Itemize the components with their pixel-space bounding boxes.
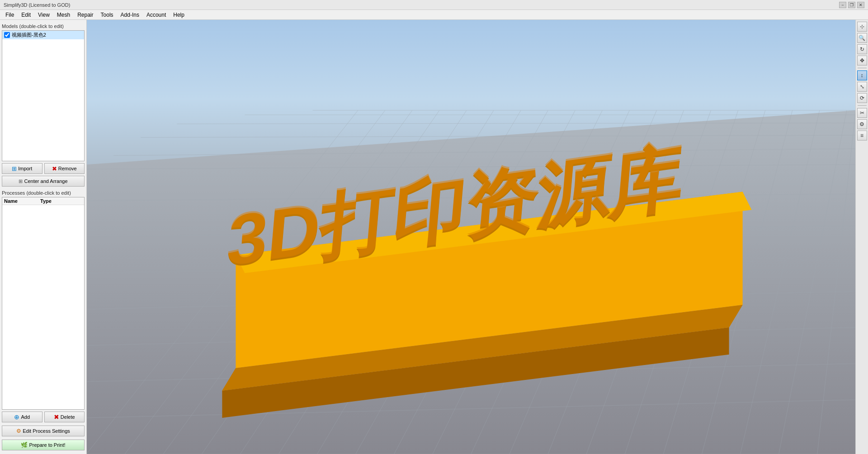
cursor-tool[interactable]: ⊹ (857, 22, 867, 32)
remove-icon: ✖ (52, 165, 57, 172)
rotate-view-tool[interactable]: ↻ (857, 44, 867, 54)
prepare-print-button[interactable]: 🌿 Prepare to Print! (2, 440, 85, 450)
bottom-buttons: ⊕ Add ✖ Delete ⚙ Edit Process Settings 🌿… (2, 412, 85, 452)
menu-item-account[interactable]: Account (143, 11, 170, 19)
menu-item-file[interactable]: File (2, 11, 18, 19)
center-arrange-button[interactable]: ⊞ Center and Arrange (2, 176, 85, 187)
model-name: 视频插图-黑色2 (12, 32, 46, 38)
add-label: Add (21, 414, 30, 420)
menu-item-mesh[interactable]: Mesh (53, 11, 74, 19)
model-checkbox[interactable] (4, 32, 10, 38)
delete-button[interactable]: ✖ Delete (44, 412, 85, 422)
minimize-button[interactable]: − (839, 2, 846, 8)
center-icon: ⊞ (19, 178, 23, 184)
import-icon: ⊞ (12, 165, 17, 172)
layers-toolbar-btn[interactable]: ≡ (857, 131, 867, 140)
cut-tool[interactable]: ✂ (857, 108, 867, 118)
viewport[interactable]: 3D打印资源库 3D打印资源库 (87, 20, 855, 454)
model-item[interactable]: 视频插图-黑色2 (2, 31, 84, 39)
import-label: Import (18, 166, 32, 171)
menu-bar: FileEditViewMeshRepairToolsAdd-InsAccoun… (0, 10, 868, 20)
window-controls: − ❐ ✕ (839, 2, 864, 8)
models-list: 视频插图-黑色2 (2, 30, 85, 161)
restore-button[interactable]: ❐ (848, 2, 855, 8)
move-tool[interactable]: ↕ (857, 70, 867, 80)
menu-item-tools[interactable]: Tools (97, 11, 117, 19)
left-panel: Models (double-click to edit) 视频插图-黑色2 ⊞… (0, 20, 87, 454)
scale-tool[interactable]: ⤡ (857, 82, 867, 92)
pan-tool[interactable]: ✥ (857, 56, 867, 66)
prepare-label: Prepare to Print! (29, 442, 65, 448)
toolbar-separator-2 (858, 105, 867, 106)
processes-label: Processes (double-click to edit) (2, 190, 85, 196)
menu-item-edit[interactable]: Edit (18, 11, 34, 19)
title-bar: Simplify3D (Licensed to GOD) − ❐ ✕ (0, 0, 868, 10)
rotate-tool[interactable]: ⟳ (857, 93, 867, 103)
col-type-header: Type (40, 198, 82, 204)
zoom-tool[interactable]: 🔍 (857, 33, 867, 43)
menu-item-view[interactable]: View (34, 11, 53, 19)
right-toolbar: ⊹ 🔍 ↻ ✥ ↕ ⤡ ⟳ ✂ ⚙ ≡ (855, 20, 868, 454)
add-button[interactable]: ⊕ Add (2, 412, 42, 422)
settings-toolbar-btn[interactable]: ⚙ (857, 119, 867, 129)
settings-icon: ⚙ (16, 428, 21, 434)
menu-item-add-ins[interactable]: Add-Ins (117, 11, 143, 19)
remove-button[interactable]: ✖ Remove (44, 163, 85, 174)
delete-label: Delete (61, 414, 75, 420)
add-delete-row: ⊕ Add ✖ Delete (2, 412, 85, 422)
remove-label: Remove (58, 166, 77, 171)
edit-process-button[interactable]: ⚙ Edit Process Settings (2, 426, 85, 436)
import-button[interactable]: ⊞ Import (2, 163, 42, 174)
menu-item-help[interactable]: Help (170, 11, 188, 19)
toolbar-separator-1 (858, 68, 867, 68)
menu-item-repair[interactable]: Repair (74, 11, 97, 19)
models-label: Models (double-click to edit) (2, 23, 85, 29)
processes-list: Name Type (2, 197, 85, 410)
main-content: Models (double-click to edit) 视频插图-黑色2 ⊞… (0, 20, 868, 454)
delete-icon: ✖ (54, 413, 59, 421)
close-button[interactable]: ✕ (857, 2, 864, 8)
processes-header: Name Type (2, 197, 84, 205)
window-title: Simplify3D (Licensed to GOD) (4, 2, 70, 8)
print-icon: 🌿 (21, 442, 28, 448)
col-name-header: Name (4, 198, 40, 204)
edit-process-label: Edit Process Settings (23, 428, 70, 434)
center-arrange-label: Center and Arrange (24, 178, 67, 184)
models-btn-row: ⊞ Import ✖ Remove (2, 163, 85, 174)
add-icon: ⊕ (14, 413, 19, 421)
